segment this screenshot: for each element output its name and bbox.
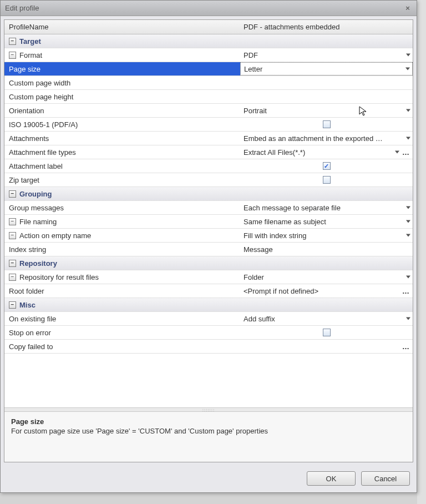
file-naming-label: File naming bbox=[19, 218, 57, 226]
help-text: For custom page size use 'Page size' = '… bbox=[11, 427, 406, 435]
ok-button[interactable]: OK bbox=[307, 471, 356, 486]
row-custom-width[interactable]: Custom page width bbox=[4, 76, 413, 90]
action-empty-value: Fill with index string bbox=[244, 231, 306, 240]
attach-types-value-cell[interactable]: Extract All Files(*.*) … bbox=[240, 145, 413, 159]
window-title: Edit profile bbox=[5, 4, 403, 12]
section-target-label: Target bbox=[19, 37, 41, 46]
iso-checkbox[interactable] bbox=[323, 120, 331, 128]
header-name: ProfileName bbox=[4, 20, 240, 34]
section-repository-label: Repository bbox=[19, 259, 57, 268]
copy-failed-value-cell[interactable]: … bbox=[240, 340, 413, 353]
chevron-down-icon[interactable] bbox=[395, 151, 399, 154]
profile-name-value: PDF - attachments embedded bbox=[244, 23, 339, 31]
row-attachments[interactable]: Attachments Embed as an attachment in th… bbox=[4, 132, 413, 145]
row-index-string[interactable]: Index string Message bbox=[4, 243, 413, 256]
section-repository[interactable]: − Repository bbox=[4, 256, 413, 270]
existing-value-cell[interactable]: Add suffix bbox=[240, 312, 413, 325]
collapse-icon[interactable]: − bbox=[9, 218, 16, 225]
repo-for-value-cell[interactable]: Folder bbox=[240, 270, 413, 284]
chevron-down-icon[interactable] bbox=[406, 54, 410, 57]
chevron-down-icon[interactable] bbox=[406, 234, 410, 237]
page-size-label: Page size bbox=[9, 65, 40, 73]
attach-types-label: Attachment file types bbox=[9, 148, 76, 157]
collapse-icon[interactable]: − bbox=[9, 38, 16, 45]
action-empty-value-cell[interactable]: Fill with index string bbox=[240, 229, 413, 242]
attachments-value-cell[interactable]: Embed as an attachment in the exported … bbox=[240, 132, 413, 145]
help-title: Page size bbox=[11, 417, 406, 426]
attachments-value: Embed as an attachment in the exported … bbox=[244, 134, 383, 143]
collapse-icon[interactable]: − bbox=[9, 190, 16, 198]
zip-value[interactable] bbox=[240, 173, 413, 187]
custom-width-label: Custom page width bbox=[9, 79, 70, 87]
collapse-icon[interactable]: − bbox=[9, 274, 16, 281]
help-panel: Page size For custom page size use 'Page… bbox=[4, 412, 413, 462]
file-naming-value-cell[interactable]: Same filename as subject bbox=[240, 215, 413, 228]
row-format[interactable]: − Format PDF bbox=[4, 48, 413, 62]
grid-header: ProfileName PDF - attachments embedded bbox=[4, 20, 413, 34]
edit-profile-dialog: Edit profile × ProfileName PDF - attachm… bbox=[0, 0, 417, 493]
ellipsis-icon[interactable]: … bbox=[400, 148, 412, 157]
iso-value[interactable] bbox=[240, 118, 413, 131]
chevron-down-icon[interactable] bbox=[406, 137, 410, 140]
page-size-value-cell[interactable]: Letter bbox=[240, 62, 413, 75]
row-attach-types[interactable]: Attachment file types Extract All Files(… bbox=[4, 145, 413, 159]
row-file-naming[interactable]: − File naming Same filename as subject bbox=[4, 215, 413, 229]
row-root-folder[interactable]: Root folder <Prompt if not defined> … bbox=[4, 284, 413, 298]
custom-width-value[interactable] bbox=[240, 76, 413, 89]
ellipsis-icon[interactable]: … bbox=[400, 287, 412, 295]
collapse-icon[interactable]: − bbox=[9, 260, 16, 267]
titlebar[interactable]: Edit profile × bbox=[1, 1, 417, 16]
chevron-down-icon[interactable] bbox=[406, 317, 410, 320]
splitter-handle[interactable]: ::::::: bbox=[4, 407, 413, 412]
attach-types-value: Extract All Files(*.*) bbox=[244, 148, 305, 157]
row-stop-on-error[interactable]: Stop on error bbox=[4, 326, 413, 340]
custom-height-value[interactable] bbox=[240, 90, 413, 103]
file-naming-value: Same filename as subject bbox=[244, 218, 326, 226]
chevron-down-icon[interactable] bbox=[406, 276, 410, 279]
group-msgs-value-cell[interactable]: Each message to separate file bbox=[240, 201, 413, 214]
section-misc-label: Misc bbox=[19, 301, 36, 309]
row-copy-failed[interactable]: Copy failed to … bbox=[4, 340, 413, 354]
custom-height-label: Custom page height bbox=[9, 93, 73, 101]
row-repo-result-files[interactable]: − Repository for result files Folder bbox=[4, 270, 413, 284]
row-custom-height[interactable]: Custom page height bbox=[4, 90, 413, 104]
row-group-msgs[interactable]: Group messages Each message to separate … bbox=[4, 201, 413, 215]
collapse-icon[interactable]: − bbox=[9, 301, 16, 309]
stop-err-label: Stop on error bbox=[9, 329, 51, 337]
row-existing-file[interactable]: On existing file Add suffix bbox=[4, 312, 413, 326]
attach-label-value[interactable] bbox=[240, 159, 413, 173]
orientation-label: Orientation bbox=[9, 107, 44, 115]
format-value-cell[interactable]: PDF bbox=[240, 48, 413, 62]
row-iso-pdfa[interactable]: ISO 19005-1 (PDF/A) bbox=[4, 118, 413, 132]
root-folder-value-cell[interactable]: <Prompt if not defined> … bbox=[240, 284, 413, 298]
close-icon[interactable]: × bbox=[403, 4, 412, 13]
format-label: Format bbox=[19, 51, 42, 59]
chevron-down-icon[interactable] bbox=[406, 109, 410, 112]
chevron-down-icon[interactable] bbox=[406, 206, 410, 209]
section-target[interactable]: − Target bbox=[4, 34, 413, 48]
cancel-button[interactable]: Cancel bbox=[361, 471, 410, 486]
ellipsis-icon[interactable]: … bbox=[400, 342, 412, 351]
orientation-value-cell[interactable]: Portrait bbox=[240, 104, 413, 117]
index-str-value-cell[interactable]: Message bbox=[240, 243, 413, 256]
section-misc[interactable]: − Misc bbox=[4, 298, 413, 312]
row-page-size[interactable]: Page size Letter bbox=[4, 62, 413, 76]
section-grouping[interactable]: − Grouping bbox=[4, 187, 413, 201]
row-attach-label[interactable]: Attachment label bbox=[4, 159, 413, 173]
zip-checkbox[interactable] bbox=[323, 176, 331, 184]
chevron-down-icon[interactable] bbox=[405, 68, 410, 70]
chevron-down-icon[interactable] bbox=[406, 220, 410, 223]
collapse-icon[interactable]: − bbox=[9, 232, 16, 239]
root-folder-label: Root folder bbox=[9, 287, 44, 295]
dialog-footer: OK Cancel bbox=[1, 466, 417, 492]
row-zip-target[interactable]: Zip target bbox=[4, 173, 413, 187]
stop-err-value[interactable] bbox=[240, 326, 413, 339]
row-action-empty[interactable]: − Action on empty name Fill with index s… bbox=[4, 229, 413, 243]
iso-label: ISO 19005-1 (PDF/A) bbox=[9, 120, 78, 129]
collapse-icon[interactable]: − bbox=[9, 52, 16, 59]
row-orientation[interactable]: Orientation Portrait bbox=[4, 104, 413, 118]
stop-err-checkbox[interactable] bbox=[323, 329, 331, 336]
attach-label-checkbox[interactable] bbox=[323, 162, 331, 170]
zip-label: Zip target bbox=[9, 176, 39, 184]
dialog-content: ProfileName PDF - attachments embedded −… bbox=[4, 19, 413, 462]
